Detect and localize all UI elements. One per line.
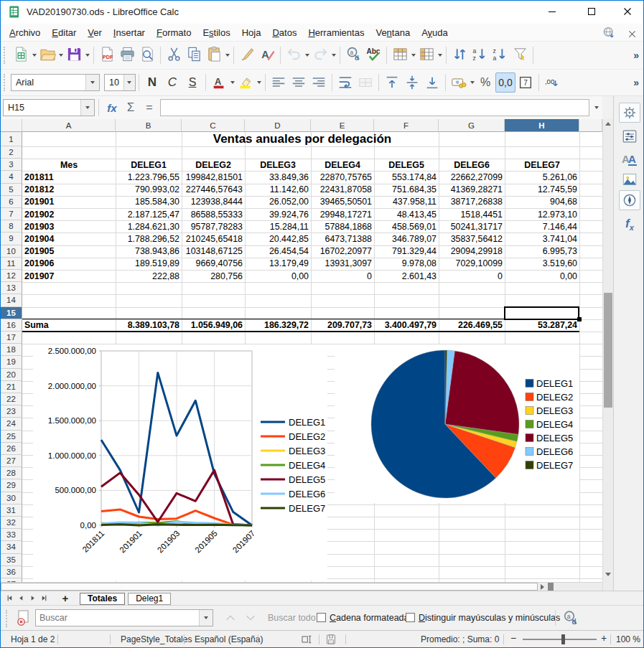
value-cell[interactable]: 0: [439, 270, 505, 282]
add-sheet-button[interactable]: +: [60, 593, 71, 604]
close-find-bar-icon[interactable]: [15, 609, 32, 629]
font-name-combo[interactable]: Arial: [11, 74, 100, 91]
center-vertically-button[interactable]: [402, 72, 422, 93]
sidebar-properties-button[interactable]: [619, 126, 640, 146]
row-header-2[interactable]: 2: [1, 146, 22, 159]
row-header-8[interactable]: 8: [1, 220, 22, 233]
font-color-button[interactable]: A: [209, 72, 229, 93]
find-previous-icon[interactable]: [225, 612, 236, 626]
selection-stats[interactable]: Promedio: ; Suma: 0: [421, 634, 499, 644]
sort-ascending-button[interactable]: az: [470, 45, 490, 65]
month-cell[interactable]: 201906: [22, 258, 116, 270]
chevron-down-icon[interactable]: [123, 75, 135, 90]
font-size-combo[interactable]: 10: [104, 74, 136, 91]
toolbar-grip[interactable]: [4, 47, 7, 64]
selection-mode-icon[interactable]: [301, 634, 312, 647]
menu-ventana[interactable]: Ventana: [370, 25, 416, 40]
spreadsheet-grid[interactable]: ABCDEFGH12345678910111213141516171819202…: [1, 119, 602, 591]
formula-input[interactable]: [160, 99, 589, 116]
value-cell[interactable]: 2.187.125,47: [116, 208, 182, 220]
paste-dropdown[interactable]: [224, 45, 230, 65]
chevron-down-icon[interactable]: [80, 100, 94, 116]
clear-formatting-button[interactable]: A: [257, 45, 277, 65]
column-header-A[interactable]: A: [22, 119, 116, 132]
search-combo[interactable]: [35, 609, 213, 626]
value-cell[interactable]: 29094,29918: [439, 245, 505, 258]
value-cell[interactable]: 26.052,00: [245, 196, 311, 208]
value-cell[interactable]: 38717,26838: [439, 196, 505, 208]
sidebar-styles-button[interactable]: AA: [619, 149, 640, 169]
sidebar-gallery-button[interactable]: [619, 169, 640, 189]
column-header-D[interactable]: D: [245, 119, 311, 132]
row-header-30[interactable]: 30: [1, 492, 22, 504]
value-cell[interactable]: 2.601,43: [374, 270, 439, 282]
value-cell[interactable]: 1.284.621,30: [116, 220, 182, 233]
row-header-5[interactable]: 5: [1, 184, 22, 196]
paste-button[interactable]: [204, 45, 224, 65]
value-cell[interactable]: 199842,81501: [182, 171, 245, 183]
spelling-button[interactable]: Abc: [363, 45, 383, 65]
row-header-21[interactable]: 21: [1, 381, 22, 393]
value-cell[interactable]: 41369,28271: [439, 184, 505, 196]
toolbar-grip[interactable]: [6, 610, 9, 627]
previous-sheet-icon[interactable]: [15, 593, 27, 604]
column-header-F[interactable]: F: [374, 119, 439, 132]
value-cell[interactable]: 553.174,84: [374, 171, 439, 183]
value-cell[interactable]: 39465,50501: [311, 196, 374, 208]
value-cell[interactable]: 189.519,89: [116, 258, 182, 270]
sidebar-settings-button[interactable]: [619, 103, 640, 123]
maximize-button[interactable]: [575, 1, 607, 22]
find-replace-button[interactable]: ad: [343, 45, 363, 65]
undo-dropdown[interactable]: [304, 45, 310, 65]
value-cell[interactable]: 26.454,54: [245, 245, 311, 258]
match-case-checkbox[interactable]: [406, 613, 415, 622]
new-button[interactable]: [11, 45, 31, 65]
value-cell[interactable]: 22870,75765: [311, 171, 374, 183]
column-header-B[interactable]: B: [116, 119, 182, 132]
toolbar-overflow-button[interactable]: »: [633, 50, 639, 61]
sum-value-cell[interactable]: 209.707,73: [311, 319, 374, 332]
undo-button[interactable]: [284, 45, 304, 65]
value-cell[interactable]: 57884,1868: [311, 220, 374, 233]
value-cell[interactable]: 12.745,59: [505, 184, 579, 196]
row-header-15[interactable]: 15: [1, 307, 22, 319]
expand-formula-bar-icon[interactable]: [591, 98, 602, 117]
row-header-33[interactable]: 33: [1, 529, 22, 541]
row-header-1[interactable]: 1: [1, 132, 22, 146]
equals-icon[interactable]: =: [140, 98, 159, 117]
menu-hoja[interactable]: Hoja: [236, 25, 267, 40]
line-chart[interactable]: 0,00500.000,001.000.000,001.500.000,002.…: [33, 344, 327, 581]
function-wizard-icon[interactable]: fx: [103, 98, 121, 117]
scroll-right-icon[interactable]: [541, 584, 544, 590]
value-cell[interactable]: 9.978,08: [374, 258, 439, 270]
value-cell[interactable]: 0: [311, 270, 374, 282]
month-cell[interactable]: 201902: [22, 208, 116, 220]
row-header-12[interactable]: 12: [1, 270, 22, 282]
row-header-26[interactable]: 26: [1, 443, 22, 455]
value-cell[interactable]: 185.584,30: [116, 196, 182, 208]
open-dropdown[interactable]: [57, 45, 64, 65]
value-cell[interactable]: 1518,4451: [439, 208, 505, 220]
insert-row-dropdown[interactable]: [410, 45, 416, 65]
row-header-3[interactable]: 3: [1, 159, 22, 171]
last-sheet-icon[interactable]: [38, 593, 50, 604]
percent-format-button[interactable]: %: [475, 72, 495, 93]
row-header-31[interactable]: 31: [1, 504, 22, 517]
close-button[interactable]: [611, 1, 643, 22]
column-header-C[interactable]: C: [182, 119, 245, 132]
next-sheet-icon[interactable]: [27, 593, 38, 604]
toolbar-overflow-button[interactable]: »: [633, 77, 639, 88]
sum-label-cell[interactable]: Suma: [22, 319, 116, 332]
currency-format-button[interactable]: [449, 72, 469, 93]
print-button[interactable]: [117, 45, 137, 65]
value-cell[interactable]: 16702,20977: [311, 245, 374, 258]
menu-datos[interactable]: Datos: [266, 25, 302, 40]
menu-archivo[interactable]: Archivo: [4, 25, 46, 40]
sum-value-cell[interactable]: 226.469,55: [439, 319, 505, 332]
value-cell[interactable]: 0,00: [505, 270, 579, 282]
value-cell[interactable]: 222,88: [116, 270, 182, 282]
language[interactable]: Español (España): [195, 634, 263, 644]
value-cell[interactable]: 86588,55333: [182, 208, 245, 220]
column-header-G[interactable]: G: [439, 119, 505, 132]
month-cell[interactable]: 201901: [22, 196, 116, 208]
